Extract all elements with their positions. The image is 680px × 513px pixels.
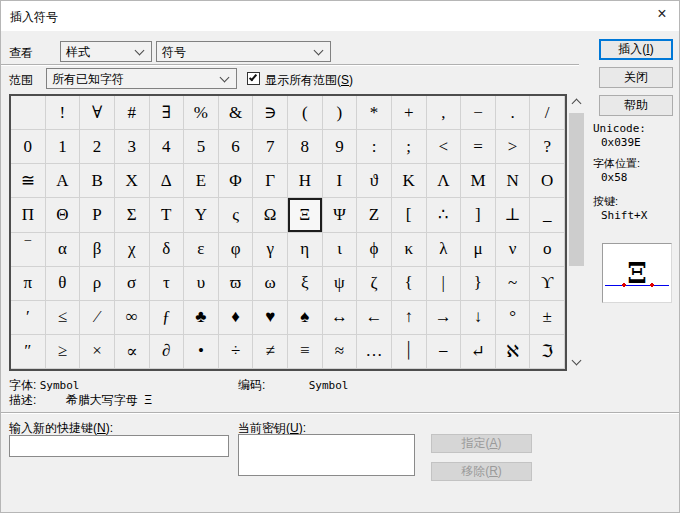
symbol-cell[interactable]: Λ: [427, 164, 462, 198]
subset-combobox[interactable]: 符号: [156, 41, 331, 62]
symbol-cell[interactable]: ϑ: [357, 164, 392, 198]
symbol-cell[interactable]: ♥: [253, 301, 288, 335]
symbol-cell[interactable]: ℑ: [530, 335, 565, 369]
symbol-cell[interactable]: ∂: [150, 335, 185, 369]
symbol-cell[interactable]: ⁄: [80, 301, 115, 335]
symbol-cell[interactable]: O: [530, 164, 565, 198]
symbol-cell[interactable]: ι: [323, 233, 358, 267]
scrollbar-thumb[interactable]: [569, 113, 584, 266]
symbol-cell[interactable]: ↑: [392, 301, 427, 335]
symbol-cell[interactable]: ω: [253, 267, 288, 301]
grid-scrollbar[interactable]: [568, 94, 585, 371]
symbol-cell[interactable]: θ: [46, 267, 81, 301]
symbol-cell[interactable]: 2: [80, 130, 115, 164]
symbol-cell[interactable]: {: [392, 267, 427, 301]
symbol-cell[interactable]: ‾: [11, 233, 46, 267]
symbol-cell[interactable]: ν: [496, 233, 531, 267]
symbol-cell[interactable]: ρ: [80, 267, 115, 301]
symbol-cell[interactable]: ]: [461, 198, 496, 232]
symbol-cell[interactable]: σ: [115, 267, 150, 301]
symbol-cell[interactable]: ≅: [11, 164, 46, 198]
symbol-cell[interactable]: ζ: [357, 267, 392, 301]
symbol-cell[interactable]: _: [530, 198, 565, 232]
symbol-cell[interactable]: .: [496, 96, 531, 130]
symbol-cell[interactable]: 6: [219, 130, 254, 164]
symbol-cell[interactable]: Θ: [46, 198, 81, 232]
symbol-cell[interactable]: ⊥: [496, 198, 531, 232]
symbol-cell[interactable]: Φ: [219, 164, 254, 198]
symbol-cell[interactable]: ÷: [219, 335, 254, 369]
symbol-cell[interactable]: ←: [357, 301, 392, 335]
symbol-cell[interactable]: E: [184, 164, 219, 198]
symbol-cell[interactable]: β: [80, 233, 115, 267]
symbol-cell[interactable]: +: [392, 96, 427, 130]
symbol-cell[interactable]: ∞: [115, 301, 150, 335]
symbol-cell[interactable]: ∝: [115, 335, 150, 369]
close-button[interactable]: 关闭: [599, 67, 673, 88]
symbol-cell[interactable]: ±: [530, 301, 565, 335]
symbol-cell[interactable]: *: [357, 96, 392, 130]
symbol-cell[interactable]: ε: [184, 233, 219, 267]
symbol-cell[interactable]: →: [427, 301, 462, 335]
symbol-cell[interactable]: π: [11, 267, 46, 301]
symbol-cell[interactable]: ×: [80, 335, 115, 369]
symbol-cell[interactable]: ⏐: [392, 335, 427, 369]
assign-button[interactable]: 指定(A): [431, 434, 532, 453]
symbol-cell[interactable]: υ: [184, 267, 219, 301]
symbol-cell[interactable]: Y: [184, 198, 219, 232]
symbol-cell[interactable]: I: [323, 164, 358, 198]
symbol-cell[interactable]: ƒ: [150, 301, 185, 335]
symbol-cell[interactable]: α: [46, 233, 81, 267]
symbol-cell[interactable]: ~: [496, 267, 531, 301]
symbol-cell[interactable]: <: [427, 130, 462, 164]
symbol-cell[interactable]: Δ: [150, 164, 185, 198]
symbol-cell[interactable]: ο: [530, 233, 565, 267]
symbol-cell[interactable]: ς: [219, 198, 254, 232]
symbol-cell[interactable]: =: [461, 130, 496, 164]
insert-button[interactable]: 插入(I): [599, 39, 673, 60]
symbol-cell[interactable]: 7: [253, 130, 288, 164]
symbol-cell[interactable]: ≈: [323, 335, 358, 369]
symbol-cell[interactable]: η: [288, 233, 323, 267]
symbol-cell[interactable]: B: [80, 164, 115, 198]
symbol-cell[interactable]: ϕ: [357, 233, 392, 267]
symbol-cell[interactable]: |: [427, 267, 462, 301]
style-combobox[interactable]: 样式: [60, 41, 152, 62]
symbol-cell[interactable]: •: [184, 335, 219, 369]
symbol-cell[interactable]: …: [357, 335, 392, 369]
symbol-cell[interactable]: ≠: [253, 335, 288, 369]
symbol-cell[interactable]: 8: [288, 130, 323, 164]
symbol-cell[interactable]: λ: [427, 233, 462, 267]
symbol-cell[interactable]: δ: [150, 233, 185, 267]
symbol-cell[interactable]: ∴: [427, 198, 462, 232]
help-button[interactable]: 帮助: [599, 95, 673, 116]
symbol-cell-selected[interactable]: Ξ: [288, 198, 323, 232]
symbol-cell[interactable]: ↓: [461, 301, 496, 335]
symbol-cell[interactable]: M: [461, 164, 496, 198]
symbol-cell[interactable]: ;: [392, 130, 427, 164]
show-all-ranges-checkbox[interactable]: [247, 72, 260, 85]
symbol-cell[interactable]: ♣: [184, 301, 219, 335]
remove-button[interactable]: 移除(R): [431, 462, 532, 481]
symbol-cell[interactable]: 4: [150, 130, 185, 164]
symbol-cell[interactable]: X: [115, 164, 150, 198]
symbol-cell[interactable]: ∋: [253, 96, 288, 130]
new-shortcut-input[interactable]: [9, 435, 229, 457]
symbol-cell[interactable]: [: [392, 198, 427, 232]
symbol-cell[interactable]: [11, 96, 46, 130]
symbol-cell[interactable]: ↔: [323, 301, 358, 335]
symbol-cell[interactable]: ϖ: [219, 267, 254, 301]
symbol-cell[interactable]: }: [461, 267, 496, 301]
symbol-cell[interactable]: ?: [530, 130, 565, 164]
symbol-cell[interactable]: φ: [219, 233, 254, 267]
symbol-cell[interactable]: Γ: [253, 164, 288, 198]
symbol-cell[interactable]: !: [46, 96, 81, 130]
symbol-cell[interactable]: ′: [11, 301, 46, 335]
symbol-cell[interactable]: ≥: [46, 335, 81, 369]
symbol-cell[interactable]: ⎯: [427, 335, 462, 369]
symbol-cell[interactable]: N: [496, 164, 531, 198]
range-combobox[interactable]: 所有已知字符: [46, 68, 237, 89]
symbol-cell[interactable]: T: [150, 198, 185, 232]
symbol-cell[interactable]: >: [496, 130, 531, 164]
symbol-cell[interactable]: A: [46, 164, 81, 198]
